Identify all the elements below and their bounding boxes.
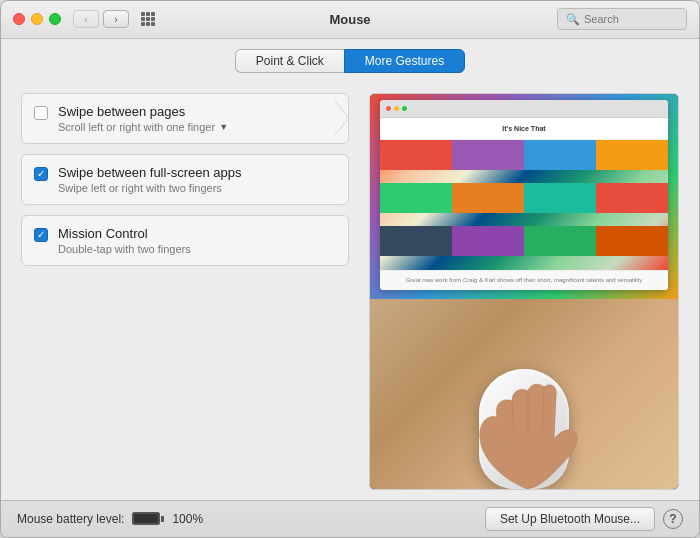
preview-panel: It's Nice That <box>369 93 679 490</box>
browser-min-dot <box>394 106 399 111</box>
browser-max-dot <box>402 106 407 111</box>
color-block-1 <box>380 140 452 170</box>
nav-buttons: ‹ › <box>73 10 129 28</box>
screen-preview-top: It's Nice That <box>370 94 678 299</box>
option-swipe-pages-subtitle: Scroll left or right with one finger ▼ <box>58 121 228 133</box>
forward-button[interactable]: › <box>103 10 129 28</box>
option-mission-control-title: Mission Control <box>58 226 191 241</box>
option-mission-control-subtitle: Double-tap with two fingers <box>58 243 191 255</box>
tab-more-gestures[interactable]: More Gestures <box>344 49 465 73</box>
checkbox-swipe-pages[interactable] <box>34 106 48 120</box>
option-mission-control: ✓ Mission Control Double-tap with two fi… <box>21 215 349 266</box>
option-swipe-apps-subtitle: Swipe left or right with two fingers <box>58 182 242 194</box>
bottom-right: Set Up Bluetooth Mouse... ? <box>485 507 683 531</box>
checkmark-icon: ✓ <box>37 169 45 179</box>
browser-content <box>380 140 668 270</box>
battery-fill <box>134 514 158 523</box>
content-area: Swipe between pages Scroll left or right… <box>1 83 699 500</box>
color-block-8 <box>596 183 668 213</box>
option-swipe-apps-title: Swipe between full-screen apps <box>58 165 242 180</box>
app-grid-button[interactable] <box>135 10 161 28</box>
browser-close-dot <box>386 106 391 111</box>
screen-preview-bottom <box>370 299 678 489</box>
option-mission-control-text: Mission Control Double-tap with two fing… <box>58 226 191 255</box>
color-block-6 <box>452 183 524 213</box>
window-title: Mouse <box>329 12 370 27</box>
checkmark-icon-2: ✓ <box>37 230 45 240</box>
color-block-10 <box>452 226 524 256</box>
color-block-3 <box>524 140 596 170</box>
grid-icon <box>141 12 155 26</box>
browser-mockup: It's Nice That <box>380 100 668 290</box>
bottom-bar: Mouse battery level: 100% Set Up Bluetoo… <box>1 500 699 538</box>
battery-section: Mouse battery level: 100% <box>17 512 203 526</box>
help-button[interactable]: ? <box>663 509 683 529</box>
browser-body: It's Nice That <box>380 118 668 290</box>
color-block-9 <box>380 226 452 256</box>
back-button[interactable]: ‹ <box>73 10 99 28</box>
option-swipe-pages-title: Swipe between pages <box>58 104 228 119</box>
color-block-11 <box>524 226 596 256</box>
tab-point-click[interactable]: Point & Click <box>235 49 344 73</box>
color-block-12 <box>596 226 668 256</box>
battery-body <box>132 512 160 525</box>
option-swipe-pages-text: Swipe between pages Scroll left or right… <box>58 104 228 133</box>
color-block-7 <box>524 183 596 213</box>
maximize-button[interactable] <box>49 13 61 25</box>
search-icon: 🔍 <box>566 13 580 26</box>
hand-illustration <box>472 379 602 489</box>
traffic-lights <box>13 13 61 25</box>
setup-bluetooth-button[interactable]: Set Up Bluetooth Mouse... <box>485 507 655 531</box>
options-panel: Swipe between pages Scroll left or right… <box>21 93 349 490</box>
checkbox-mission-control[interactable]: ✓ <box>34 228 48 242</box>
color-block-5 <box>380 183 452 213</box>
browser-footer-text: Great new work from Craig & Karl shows o… <box>380 270 668 290</box>
browser-bar <box>380 100 668 118</box>
close-button[interactable] <box>13 13 25 25</box>
color-block-2 <box>452 140 524 170</box>
tab-bar: Point & Click More Gestures <box>1 39 699 83</box>
browser-site-name: It's Nice That <box>380 118 668 140</box>
battery-label: Mouse battery level: <box>17 512 124 526</box>
minimize-button[interactable] <box>31 13 43 25</box>
battery-tip <box>161 516 164 522</box>
battery-percent: 100% <box>172 512 203 526</box>
option-swipe-apps-text: Swipe between full-screen apps Swipe lef… <box>58 165 242 194</box>
search-input[interactable] <box>584 13 674 25</box>
main-window: ‹ › Mouse 🔍 Point & Click More Gestures <box>0 0 700 538</box>
color-block-4 <box>596 140 668 170</box>
battery-icon <box>132 512 164 525</box>
option-swipe-apps: ✓ Swipe between full-screen apps Swipe l… <box>21 154 349 205</box>
checkbox-swipe-apps[interactable]: ✓ <box>34 167 48 181</box>
option-swipe-pages: Swipe between pages Scroll left or right… <box>21 93 349 144</box>
search-box[interactable]: 🔍 <box>557 8 687 30</box>
chevron-down-icon: ▼ <box>219 122 228 132</box>
titlebar: ‹ › Mouse 🔍 <box>1 1 699 39</box>
